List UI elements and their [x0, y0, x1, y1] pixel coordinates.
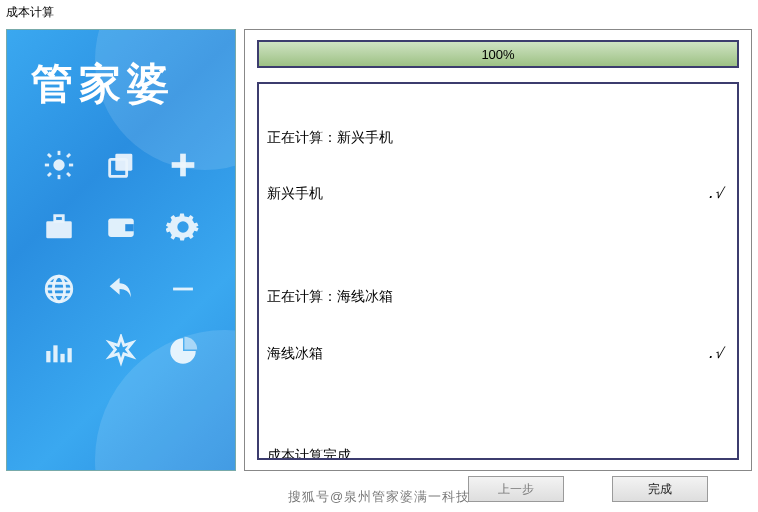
- bars-icon: [30, 322, 88, 380]
- svg-rect-13: [46, 221, 72, 238]
- briefcase-icon: [30, 198, 88, 256]
- brand-logo: 管家婆: [7, 30, 235, 112]
- svg-rect-24: [53, 345, 57, 362]
- gear-icon: [154, 198, 212, 256]
- sidebar: 管家婆: [6, 29, 236, 471]
- content-panel: 100% 正在计算：新兴手机 新兴手机.√ 正在计算：海线冰箱 海线冰箱.√ 成…: [244, 29, 752, 471]
- dash-icon: [154, 260, 212, 318]
- svg-point-0: [53, 159, 64, 170]
- log-line: 新兴手机.√: [267, 184, 729, 203]
- globe-icon: [30, 260, 88, 318]
- log-line: 正在计算：新兴手机: [267, 128, 729, 147]
- pie-icon: [154, 322, 212, 380]
- svg-rect-9: [115, 154, 132, 171]
- svg-rect-25: [60, 354, 64, 363]
- svg-rect-16: [125, 224, 134, 231]
- svg-rect-12: [172, 162, 195, 168]
- undo-icon: [92, 260, 150, 318]
- sun-icon: [30, 136, 88, 194]
- window-title: 成本计算: [0, 0, 758, 25]
- log-line: 海线冰箱.√: [267, 344, 729, 363]
- svg-rect-23: [46, 351, 50, 362]
- finish-button[interactable]: 完成: [612, 476, 708, 502]
- main-area: 管家婆 100% 正在计算：新兴手机 新兴手机.√ 正在计算：海线冰箱 海线冰: [0, 25, 758, 475]
- check-icon: .√: [706, 184, 723, 203]
- plus-icon: [154, 136, 212, 194]
- progress-bar: 100%: [257, 40, 739, 68]
- svg-rect-14: [55, 216, 64, 222]
- progress-label: 100%: [259, 42, 737, 66]
- log-box: 正在计算：新兴手机 新兴手机.√ 正在计算：海线冰箱 海线冰箱.√ 成本计算完成…: [257, 82, 739, 460]
- wallet-icon: [92, 198, 150, 256]
- sidebar-icon-grid: [7, 136, 235, 380]
- log-line: 正在计算：海线冰箱: [267, 287, 729, 306]
- svg-line-5: [48, 154, 51, 157]
- stack-icon: [92, 136, 150, 194]
- log-summary: 成本计算完成。: [267, 446, 729, 460]
- check-icon: .√: [706, 344, 723, 363]
- button-bar: 上一步 完成: [0, 472, 758, 506]
- svg-rect-22: [173, 288, 193, 291]
- svg-line-7: [48, 173, 51, 176]
- prev-button[interactable]: 上一步: [468, 476, 564, 502]
- star-icon: [92, 322, 150, 380]
- svg-line-6: [67, 173, 70, 176]
- svg-line-8: [67, 154, 70, 157]
- svg-rect-26: [68, 348, 72, 362]
